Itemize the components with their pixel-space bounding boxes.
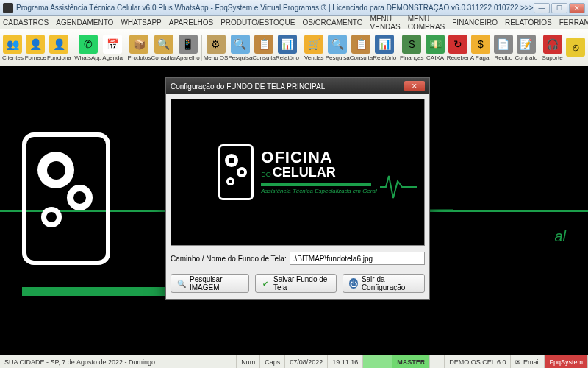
whatsapp-icon: ✆: [79, 35, 98, 54]
relatório-icon: 📊: [375, 35, 394, 54]
menu-cadastros[interactable]: CADASTROS: [3, 18, 49, 26]
recibo-icon: 📄: [494, 35, 513, 54]
menu-relatorios[interactable]: RELATÓRIOS: [505, 18, 552, 26]
toolbar-label: Pesquisa: [326, 54, 350, 61]
wallpaper-preview: OFICINA DOCELULAR Assistência Técnica Es…: [171, 99, 425, 246]
toolbar-label: Aparelho: [176, 54, 200, 61]
status-bar: SUA CIDADE - SP, 7 de Agosto de 2022 - D…: [0, 355, 588, 368]
toolbar-label: Consulta: [350, 54, 373, 61]
brand-subtitle: Assistência Técnica Especializada em Ger…: [261, 188, 376, 194]
close-button[interactable]: ✕: [569, 3, 585, 13]
toolbar-vendas[interactable]: 🛒Vendas: [303, 31, 326, 65]
suporte-icon: 🎧: [543, 35, 562, 54]
clientes-icon: 👥: [3, 35, 22, 54]
gear-icon: [237, 167, 247, 177]
exit-icon: ⎋: [566, 38, 585, 57]
toolbar-pesquisa[interactable]: 🔍Pesquisa: [228, 31, 252, 65]
toolbar-pesquisa[interactable]: 🔍Pesquisa: [326, 31, 350, 65]
toolbar-caixa[interactable]: 💵CAIXA: [424, 31, 447, 65]
gear-icon: [67, 185, 93, 210]
toolbar-label: CAIXA: [426, 54, 444, 61]
path-label: Caminho / Nome do Fundo de Tela:: [171, 255, 287, 263]
toolbar-produtos[interactable]: 📦Produtos: [127, 31, 151, 65]
receber-icon: ↻: [448, 35, 467, 54]
toolbar-label: WhatsApp: [74, 54, 101, 61]
power-icon: ⏻: [349, 278, 357, 289]
menu-compras[interactable]: MENU COMPRAS: [408, 15, 445, 31]
exit-config-button[interactable]: ⏻ Sair da Configuração: [343, 274, 425, 293]
toolbar-separator: [201, 35, 202, 61]
menu-whatsapp[interactable]: WHATSAPP: [121, 18, 161, 26]
toolbar-label: A Pagar: [470, 54, 491, 61]
caixa-icon: 💵: [426, 35, 445, 54]
maximize-button[interactable]: ☐: [551, 3, 567, 13]
menu-aparelhos[interactable]: APARELHOS: [169, 18, 213, 26]
toolbar-recibo[interactable]: 📄Recibo: [492, 31, 514, 65]
aparelho-icon: 📱: [179, 35, 198, 54]
status-email-link[interactable]: ✉ Email: [511, 355, 545, 368]
funciona-icon: 👤: [49, 35, 68, 54]
search-icon: 🔍: [177, 278, 186, 289]
status-app: DEMO OS CEL 6.0: [445, 355, 511, 368]
toolbar-consulta[interactable]: 📋Consulta: [350, 31, 373, 65]
vendas-icon: 🛒: [304, 35, 323, 54]
toolbar-fornece[interactable]: 👤Fornece: [24, 31, 47, 65]
fornece-icon: 👤: [26, 35, 45, 54]
toolbar-whatsapp[interactable]: ✆WhatsApp: [75, 31, 101, 65]
toolbar-a pagar[interactable]: $A Pagar: [469, 31, 492, 65]
toolbar-exit[interactable]: ⎋: [564, 31, 587, 65]
menu-produto-estoque[interactable]: PRODUTO/ESTOQUE: [220, 18, 295, 26]
status-spacer: [430, 355, 445, 368]
accent-bar: [22, 287, 169, 296]
search-image-button[interactable]: 🔍 Pesquisar IMAGEM: [171, 274, 249, 293]
toolbar-relatório[interactable]: 📊Relatório: [373, 31, 396, 65]
dialog-close-button[interactable]: ✕: [404, 81, 425, 91]
save-wallpaper-button[interactable]: ✔ Salvar Fundo de Tela: [255, 274, 337, 293]
gear-icon: [225, 154, 238, 167]
window-title: Programa Assistência Técnica Celular v6.…: [16, 4, 534, 12]
workspace: al Configuração do FUNDO DE TELA PRINCIP…: [0, 66, 588, 355]
produtos-icon: 📦: [129, 35, 148, 54]
toolbar-consultar[interactable]: 🔍Consultar: [151, 31, 176, 65]
status-time: 19:11:16: [328, 355, 363, 368]
toolbar-label: Fornece: [25, 54, 46, 61]
toolbar-relatório[interactable]: 📊Relatório: [276, 31, 299, 65]
menu-ferramentas[interactable]: FERRAMENTAS: [559, 18, 588, 26]
toolbar-label: Vendas: [304, 54, 324, 61]
toolbar-separator: [73, 35, 74, 61]
consulta-icon: 📋: [254, 35, 273, 54]
toolbar-contrato[interactable]: 📝Contrato: [514, 31, 537, 65]
background-logo: [22, 132, 132, 280]
menu-vendas[interactable]: MENU VENDAS: [370, 15, 401, 31]
toolbar-label: Pesquisa: [228, 54, 252, 61]
toolbar-clientes[interactable]: 👥Clientes: [1, 31, 24, 65]
dialog-titlebar: Configuração do FUNDO DE TELA PRINCIPAL …: [166, 78, 429, 94]
menu-agendamento[interactable]: AGENDAMENTO: [56, 18, 113, 26]
toolbar-separator: [126, 35, 126, 61]
status-vendor[interactable]: FpqSystem: [545, 355, 588, 368]
status-date: 07/08/2022: [285, 355, 328, 368]
phone-icon: [218, 144, 254, 200]
toolbar-separator: [301, 35, 301, 61]
toolbar-consulta[interactable]: 📋Consulta: [252, 31, 276, 65]
brand-do: DO: [261, 171, 271, 178]
toolbar-label: Produtos: [127, 54, 151, 61]
toolbar-menu os[interactable]: ⚙Menu OS: [204, 31, 229, 65]
toolbar-label: Finanças: [400, 54, 423, 61]
menu-financeiro[interactable]: FINANCEIRO: [452, 18, 498, 26]
window-titlebar: Programa Assistência Técnica Celular v6.…: [0, 0, 588, 16]
toolbar-label: Recibo: [494, 54, 512, 61]
menu-bar: CADASTROS AGENDAMENTO WHATSAPP APARELHOS…: [0, 16, 588, 29]
minimize-button[interactable]: —: [534, 3, 550, 13]
brand-title: OFICINA: [261, 150, 376, 165]
toolbar-agenda[interactable]: 📅Agenda: [101, 31, 124, 65]
toolbar-finanças[interactable]: $Finanças: [400, 31, 423, 65]
toolbar-suporte[interactable]: 🎧Suporte: [541, 31, 564, 65]
toolbar-funciona[interactable]: 👤Funciona: [47, 31, 71, 65]
toolbar-label: Consulta: [252, 54, 276, 61]
toolbar-label: Relatório: [276, 54, 299, 61]
menu-os-orcamento[interactable]: OS/ORÇAMENTO: [303, 18, 363, 26]
toolbar-aparelho[interactable]: 📱Aparelho: [176, 31, 200, 65]
wallpaper-path-input[interactable]: [290, 252, 425, 265]
toolbar-receber[interactable]: ↻Receber: [447, 31, 470, 65]
